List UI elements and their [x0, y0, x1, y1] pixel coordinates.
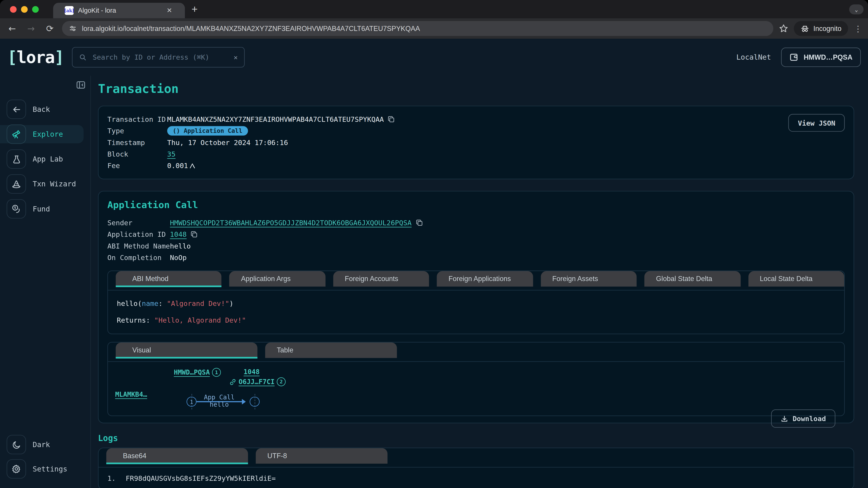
application-id-row: Application ID 1048 — [107, 228, 845, 240]
incognito-badge: Incognito — [794, 21, 848, 36]
coins-icon — [6, 199, 26, 219]
application-id-label: Application ID — [107, 230, 170, 238]
tab-application-args[interactable]: Application Args — [229, 271, 326, 287]
telescope-icon — [6, 125, 26, 144]
sender-link[interactable]: HMWDSHQCOPD2T36WBAHLAZ6PO5GDJJZBN4D2TODK… — [170, 219, 412, 227]
block-link[interactable]: 35 — [167, 150, 176, 158]
sidebar-item-fund[interactable]: Fund — [6, 200, 84, 218]
graph-app-id[interactable]: 1048 — [244, 368, 260, 376]
tab-global-state-delta[interactable]: Global State Delta — [645, 271, 741, 287]
minimize-window-button[interactable] — [21, 6, 28, 12]
abi-returns-value: "Hello, Algorand Dev!" — [154, 316, 246, 324]
back-nav-icon[interactable]: ← — [5, 23, 19, 34]
incognito-icon — [801, 24, 809, 33]
transaction-visual-box: Visual Table HMWD…PQSA 1 1048 — [107, 342, 845, 416]
tab-foreign-assets[interactable]: Foreign Assets — [541, 271, 637, 287]
new-tab-button[interactable]: + — [191, 0, 197, 18]
sidebar-collapse-icon[interactable] — [76, 80, 86, 90]
search-box[interactable]: ✕ — [72, 47, 245, 68]
abi-method-row: ABI Method Name hello — [107, 240, 845, 252]
header-right: LocalNet HMWD…PQSA — [737, 48, 861, 67]
sidebar-footer: Dark Settings — [0, 435, 90, 478]
logo-bracket: ] — [55, 48, 64, 67]
tab-foreign-accounts[interactable]: Foreign Accounts — [333, 271, 429, 287]
logs-title: Logs — [98, 433, 854, 443]
graph-to-node — [250, 397, 259, 407]
arrow-left-icon — [6, 100, 26, 119]
forward-nav-icon[interactable]: → — [24, 23, 38, 34]
tab-close-icon[interactable]: ✕ — [165, 6, 173, 14]
search-input[interactable] — [92, 53, 229, 62]
search-clear-icon[interactable]: ✕ — [234, 53, 238, 61]
logo-bracket: [ — [7, 48, 17, 67]
log-entry: 1. FR98dQAUSGVsbG8sIEFsZ29yYW5kIERldiE= — [98, 467, 854, 488]
site-info-icon[interactable] — [69, 24, 77, 33]
abi-arg-value: "Algorand Dev!" — [167, 299, 229, 308]
view-json-button[interactable]: View JSON — [788, 114, 845, 131]
sidebar-item-back[interactable]: Back — [6, 100, 84, 119]
graph-txn-link[interactable]: MLAMKB4… — [115, 391, 147, 398]
tab-base64[interactable]: Base64 — [106, 448, 248, 464]
lora-logo[interactable]: [lora] — [7, 48, 64, 67]
application-call-card: Application Call Sender HMWDSHQCOPD2T36W… — [98, 191, 854, 423]
tab-local-state-delta[interactable]: Local State Delta — [748, 271, 844, 287]
bookmark-star-icon[interactable] — [779, 24, 788, 33]
graph-txn-id[interactable]: MLAMKB4… — [115, 391, 147, 398]
tab-abi-method[interactable]: ABI Method — [116, 271, 222, 287]
tab-utf8[interactable]: UTF-8 — [256, 448, 388, 464]
sidebar-item-settings[interactable]: Settings — [6, 460, 84, 478]
abi-returns-line: Returns: "Hello, Algorand Dev!" — [117, 312, 835, 328]
transaction-summary-card: Transaction ID MLAMKB4ANXZ5NA2XY7ZNF3EAI… — [98, 106, 854, 180]
graph-group-id[interactable]: O6JJ…F7CI — [239, 378, 275, 386]
tab-foreign-applications[interactable]: Foreign Applications — [437, 271, 533, 287]
network-label[interactable]: LocalNet — [737, 53, 771, 61]
fee-label: Fee — [107, 162, 167, 170]
graph-sender-address[interactable]: HMWD…PQSA — [174, 368, 210, 376]
logs-card: Base64 UTF-8 1. FR98dQAUSGVsbG8sIEFsZ29y… — [98, 448, 854, 488]
reload-icon[interactable]: ⟳ — [43, 23, 57, 34]
abi-method-content: hello(name: "Algorand Dev!") Returns: "H… — [108, 291, 844, 334]
graph-group-link[interactable]: O6JJ…F7CI 2 — [229, 377, 286, 386]
wallet-address: HMWD…PQSA — [804, 53, 852, 61]
application-id-link[interactable]: 1048 — [170, 230, 187, 238]
address-bar[interactable]: lora.algokit.io/localnet/transaction/MLA… — [62, 21, 774, 36]
abi-method-value: hello — [170, 242, 191, 250]
copy-icon[interactable] — [191, 231, 198, 238]
browser-window: [ak] AlgoKit - lora ✕ + ⌄ ← → ⟳ lora.alg… — [0, 0, 868, 488]
sidebar-item-txn-wizard[interactable]: Txn Wizard — [6, 175, 84, 193]
copy-icon[interactable] — [415, 219, 423, 226]
logs-tabs: Base64 UTF-8 — [98, 448, 854, 468]
copy-icon[interactable] — [388, 116, 395, 123]
browser-toolbar: ← → ⟳ lora.algokit.io/localnet/transacti… — [0, 18, 868, 39]
type-badge: () Application Call — [167, 126, 248, 135]
theme-toggle[interactable]: Dark — [6, 435, 84, 454]
browser-menu-icon[interactable]: ⋮ — [854, 24, 862, 33]
account-number-badge: 1 — [212, 368, 221, 377]
tab-visual[interactable]: Visual — [116, 343, 257, 358]
graph-sender-link[interactable]: HMWD…PQSA 1 — [174, 368, 221, 377]
gear-icon — [6, 459, 26, 479]
on-completion-label: On Completion — [107, 254, 170, 262]
graph-app-link[interactable]: 1048 — [244, 368, 260, 376]
browser-tab[interactable]: [ak] AlgoKit - lora ✕ — [53, 3, 185, 18]
sidebar-item-app-lab[interactable]: App Lab — [6, 150, 84, 168]
sender-row: Sender HMWDSHQCOPD2T36WBAHLAZ6PO5GDJJZBN… — [107, 217, 845, 228]
sidebar-item-explore[interactable]: Explore — [0, 125, 84, 143]
transaction-id-label: Transaction ID — [107, 115, 167, 123]
close-window-button[interactable] — [10, 6, 17, 12]
fee-value: 0.001 — [167, 162, 188, 170]
tab-search-button[interactable]: ⌄ — [849, 4, 864, 14]
moon-icon — [6, 435, 26, 454]
zoom-window-button[interactable] — [32, 6, 39, 12]
sidebar-item-label: Fund — [33, 205, 50, 213]
url-text: lora.algokit.io/localnet/transaction/MLA… — [82, 25, 420, 32]
download-button[interactable]: Download — [771, 410, 835, 428]
wallet-button[interactable]: HMWD…PQSA — [781, 48, 861, 67]
favicon: [ak] — [65, 6, 74, 15]
application-call-title: Application Call — [107, 199, 845, 210]
on-completion-value: NoOp — [170, 254, 187, 262]
tab-table[interactable]: Table — [265, 343, 397, 358]
abi-method-label: ABI Method Name — [107, 242, 170, 250]
page-title: Transaction — [98, 82, 854, 96]
group-number-badge: 2 — [277, 377, 286, 386]
